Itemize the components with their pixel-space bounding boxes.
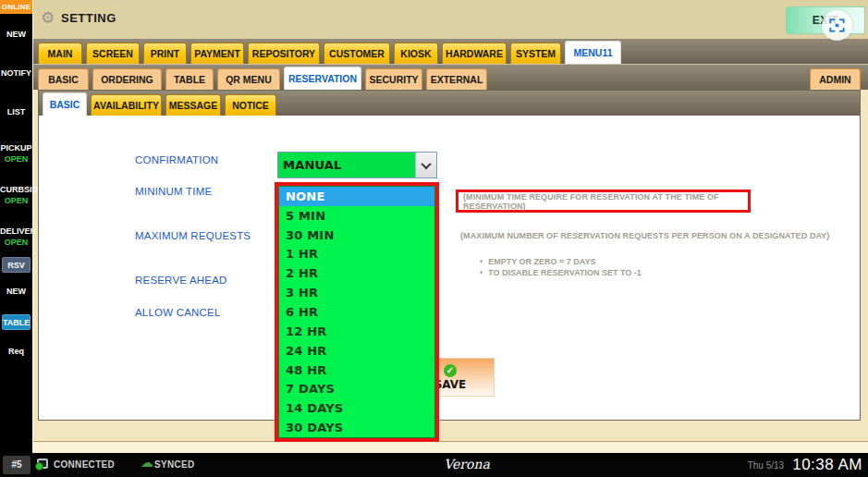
delivery-label: DELIVER bbox=[0, 226, 32, 236]
dropdown-option-6hr[interactable]: 6 HR bbox=[279, 302, 434, 322]
sidebar-button-rsv[interactable]: RSV bbox=[2, 257, 31, 273]
dropdown-option-5min[interactable]: 5 MIN bbox=[279, 206, 434, 226]
cloud-sync-icon: ☁ bbox=[141, 455, 153, 470]
title-bar: ⚙ SETTING EXIT bbox=[33, 0, 868, 39]
dropdown-option-2hr[interactable]: 2 HR bbox=[279, 263, 434, 283]
dropdown-option-48hr[interactable]: 48 HR bbox=[279, 361, 434, 380]
tab-basic[interactable]: BASIC bbox=[38, 68, 89, 90]
delivery-open-status: OPEN bbox=[0, 238, 32, 247]
dropdown-option-24hr[interactable]: 24 HR bbox=[279, 341, 434, 361]
screen-capture-icon[interactable] bbox=[822, 10, 852, 41]
connection-status-dot bbox=[35, 462, 43, 471]
sidebar-item-delivery[interactable]: DELIVER OPEN bbox=[0, 226, 32, 247]
date-text: Thu 5/13 bbox=[748, 460, 784, 471]
clock: Thu 5/13 10:38 AM bbox=[748, 453, 862, 477]
tab-kiosk[interactable]: KIOSK bbox=[394, 43, 438, 64]
pickup-label: PICKUP bbox=[0, 143, 32, 153]
minimum-time-label: MININUM TIME bbox=[135, 186, 212, 197]
sub-tab-bar: BASIC ORDERING TABLE QR MENU RESERVATION… bbox=[33, 64, 868, 90]
window-title: SETTING bbox=[61, 11, 116, 25]
tab-system[interactable]: SYSTEM bbox=[510, 43, 561, 64]
dropdown-option-3hr[interactable]: 3 HR bbox=[279, 283, 434, 302]
tab-hardware[interactable]: HARDWARE bbox=[442, 43, 507, 64]
note-line: EMPTY OR ZERO = 7 DAYS bbox=[480, 256, 642, 267]
connected-status-text: CONNECTED bbox=[54, 459, 115, 470]
synced-status-text: SYNCED bbox=[154, 459, 194, 470]
sidebar-item-list[interactable]: LIST bbox=[0, 107, 32, 116]
curbside-label: CURBSID bbox=[0, 185, 32, 194]
connection-icon bbox=[37, 459, 48, 469]
tab-customer[interactable]: CUSTOMER bbox=[324, 43, 390, 64]
sidebar-item-new-reservation[interactable]: NEW bbox=[0, 287, 32, 296]
minimum-time-hint: (MINIMUM TIME REQUIRE FOR RESERVATION AT… bbox=[463, 192, 748, 211]
check-circle-icon: ✓ bbox=[444, 364, 457, 377]
tab-payment[interactable]: PAYMENT bbox=[190, 43, 244, 64]
status-bar: #5 CONNECTED ☁ SYNCED Verona Thu 5/13 10… bbox=[0, 453, 868, 477]
gear-icon: ⚙ bbox=[41, 8, 55, 28]
dropdown-option-1hr[interactable]: 1 HR bbox=[279, 245, 434, 264]
sidebar-item-req[interactable]: Req bbox=[0, 347, 32, 356]
dropdown-option-none[interactable]: NONE bbox=[279, 187, 434, 206]
sidebar-item-pickup[interactable]: PICKUP OPEN bbox=[0, 143, 32, 164]
pickup-open-status: OPEN bbox=[0, 154, 32, 164]
minimum-time-dropdown: NONE 5 MIN 30 MIN 1 HR 2 HR 3 HR 6 HR 12… bbox=[275, 182, 439, 442]
tab-inner-message[interactable]: MESSAGE bbox=[165, 94, 221, 116]
tab-repository[interactable]: REPOSITORY bbox=[248, 43, 320, 64]
dropdown-option-7days[interactable]: 7 DAYS bbox=[279, 379, 434, 398]
confirmation-select-value: MANUAL bbox=[278, 153, 415, 177]
reserve-ahead-label: RESERVE AHEAD bbox=[135, 275, 227, 286]
tab-menu11-selected[interactable]: MENU11 bbox=[565, 41, 621, 64]
tab-main[interactable]: MAIN bbox=[38, 43, 82, 64]
tab-security[interactable]: SECURITY bbox=[365, 68, 422, 90]
reserve-ahead-notes: EMPTY OR ZERO = 7 DAYS TO DISABLE RESERV… bbox=[480, 256, 642, 278]
dropdown-option-12hr[interactable]: 12 HR bbox=[279, 322, 434, 341]
store-name: Verona bbox=[444, 457, 490, 471]
main-tab-bar: MAIN SCREEN PRINT PAYMENT REPOSITORY CUS… bbox=[33, 39, 868, 64]
tab-external[interactable]: EXTERNAL bbox=[426, 68, 487, 90]
dropdown-option-14days[interactable]: 14 DAYS bbox=[279, 398, 434, 418]
tab-ordering[interactable]: ORDERING bbox=[92, 68, 162, 90]
select-dropdown-button[interactable] bbox=[415, 153, 436, 177]
note-line: TO DISABLE RESERVATION SET TO -1 bbox=[480, 267, 642, 278]
tab-inner-basic-selected[interactable]: BASIC bbox=[43, 92, 87, 116]
tab-print[interactable]: PRINT bbox=[143, 43, 187, 64]
sidebar-item-curbside[interactable]: CURBSID OPEN bbox=[0, 185, 32, 205]
sidebar-item-notify[interactable]: NOTIFY bbox=[0, 68, 32, 78]
dropdown-option-30days[interactable]: 30 DAYS bbox=[279, 418, 434, 437]
time-text: 10:38 AM bbox=[792, 456, 862, 474]
tab-table[interactable]: TABLE bbox=[165, 68, 214, 90]
tab-screen[interactable]: SCREEN bbox=[86, 43, 140, 64]
sidebar-item-new-order[interactable]: NEW bbox=[0, 30, 32, 39]
tab-qr-menu[interactable]: QR MENU bbox=[217, 68, 280, 90]
curbside-open-status: OPEN bbox=[0, 196, 32, 205]
chevron-down-icon bbox=[421, 158, 431, 168]
tab-admin[interactable]: ADMIN bbox=[810, 68, 861, 90]
maximum-requests-hint: (MAXIMUM NUMBER OF RESERVATION REQUESTS … bbox=[460, 231, 829, 240]
confirmation-select[interactable]: MANUAL bbox=[277, 152, 437, 178]
sidebar-button-table[interactable]: TABLE bbox=[2, 314, 31, 330]
tab-inner-notice[interactable]: NOTICE bbox=[225, 94, 276, 116]
dropdown-option-list: NONE 5 MIN 30 MIN 1 HR 2 HR 3 HR 6 HR 12… bbox=[278, 186, 435, 438]
online-status-badge: ONLINE bbox=[0, 0, 32, 14]
minimum-time-hint-box: (MINIMUM TIME REQUIRE FOR RESERVATION AT… bbox=[456, 190, 751, 213]
dropdown-option-30min[interactable]: 30 MIN bbox=[279, 226, 434, 245]
inner-tab-bar: BASIC AVAILABILITY MESSAGE NOTICE bbox=[39, 91, 860, 116]
tab-reservation-selected[interactable]: RESERVATION bbox=[284, 67, 361, 90]
tab-inner-availability[interactable]: AVAILABILITY bbox=[91, 94, 162, 116]
confirmation-label: CONFIRMATION bbox=[135, 154, 218, 165]
settings-window: ⚙ SETTING EXIT MAIN SCREEN PRINT PAYMENT… bbox=[32, 0, 868, 453]
window-footer-strip bbox=[33, 442, 868, 453]
allow-cancel-label: ALLOW CANCEL bbox=[135, 307, 221, 318]
maximum-requests-label: MAXIMUM REQUESTS bbox=[135, 230, 251, 241]
station-number-badge: #5 bbox=[3, 456, 31, 474]
left-sidebar: ONLINE NEW NOTIFY LIST PICKUP OPEN CURBS… bbox=[0, 0, 32, 453]
